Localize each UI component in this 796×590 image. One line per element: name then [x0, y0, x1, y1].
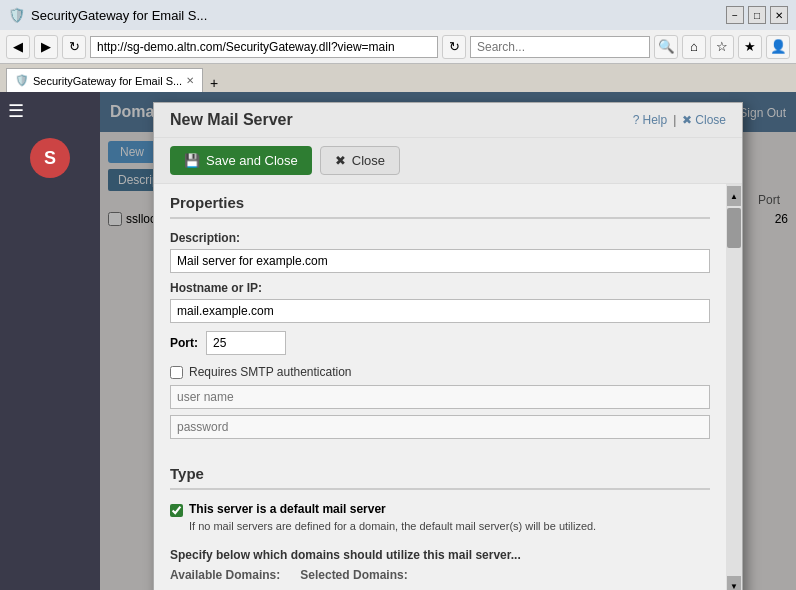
forward-button[interactable]: ▶ [34, 35, 58, 59]
close-button[interactable]: ✖ Close [320, 146, 400, 175]
help-link[interactable]: ? Help [633, 113, 667, 127]
save-icon: 💾 [184, 153, 200, 168]
modal-toolbar: 💾 Save and Close ✖ Close [154, 138, 742, 184]
scroll-thumb[interactable] [727, 208, 741, 248]
selected-domains-label: Selected Domains: [300, 568, 407, 582]
modal-header: New Mail Server ? Help | ✖ Close [154, 103, 742, 138]
search-input[interactable] [470, 36, 650, 58]
smtp-auth-row: Requires SMTP authentication [170, 365, 710, 379]
available-domains-label: Available Domains: [170, 568, 280, 582]
modal-overlay: New Mail Server ? Help | ✖ Close [100, 92, 796, 590]
back-button[interactable]: ◀ [6, 35, 30, 59]
scroll-up-button[interactable]: ▲ [727, 186, 741, 206]
password-input[interactable] [170, 415, 710, 439]
tab-label: SecurityGateway for Email S... [33, 75, 182, 87]
save-label: Save and Close [206, 153, 298, 168]
default-server-checkbox[interactable] [170, 504, 183, 517]
address-bar[interactable] [90, 36, 438, 58]
main-area: Domain M ▶ Sign Out New Select a mai... … [100, 92, 796, 590]
window-title: SecurityGateway for Email S... [31, 8, 207, 23]
username-input[interactable] [170, 385, 710, 409]
scroll-track [726, 206, 742, 576]
type-section-header: Type [170, 455, 710, 490]
tab-close-icon[interactable]: ✕ [186, 75, 194, 86]
app-favicon: 🛡️ [8, 7, 25, 23]
modal-header-actions: ? Help | ✖ Close [633, 113, 726, 127]
port-input[interactable] [206, 331, 286, 355]
app-logo: S [30, 138, 70, 178]
modal-content: Properties Description: Hostname or IP: … [154, 184, 726, 590]
specify-title: Specify below which domains should utili… [170, 548, 710, 562]
default-server-row: This server is a default mail server If … [170, 502, 710, 532]
new-mail-server-modal: New Mail Server ? Help | ✖ Close [153, 102, 743, 590]
profile-button[interactable]: 👤 [766, 35, 790, 59]
nav-bar: ◀ ▶ ↻ ↻ 🔍 ⌂ ☆ ★ 👤 [0, 30, 796, 64]
window-controls: − □ ✕ [726, 6, 788, 24]
new-tab-button[interactable]: + [205, 74, 223, 92]
default-server-content: This server is a default mail server If … [189, 502, 596, 532]
hostname-input[interactable] [170, 299, 710, 323]
close-icon: ✖ [335, 153, 346, 168]
window-close-button[interactable]: ✕ [770, 6, 788, 24]
modal-title: New Mail Server [170, 111, 293, 129]
sidebar: ☰ S [0, 92, 100, 590]
x-icon: ✖ [682, 113, 692, 127]
go-button[interactable]: ↻ [442, 35, 466, 59]
smtp-auth-checkbox[interactable] [170, 366, 183, 379]
tab-main[interactable]: 🛡️ SecurityGateway for Email S... ✕ [6, 68, 203, 92]
type-section: Type This server is a default mail serve… [170, 455, 710, 532]
favorites-button[interactable]: ☆ [710, 35, 734, 59]
default-server-desc: If no mail servers are defined for a dom… [189, 520, 596, 532]
favorites2-button[interactable]: ★ [738, 35, 762, 59]
tab-favicon: 🛡️ [15, 74, 29, 87]
modal-close-header-button[interactable]: ✖ Close [682, 113, 726, 127]
search-button[interactable]: 🔍 [654, 35, 678, 59]
minimize-button[interactable]: − [726, 6, 744, 24]
description-input[interactable] [170, 249, 710, 273]
scroll-down-button[interactable]: ▼ [727, 576, 741, 590]
save-and-close-button[interactable]: 💾 Save and Close [170, 146, 312, 175]
tab-bar: 🛡️ SecurityGateway for Email S... ✕ + [0, 64, 796, 92]
default-server-label: This server is a default mail server [189, 502, 596, 516]
question-icon: ? [633, 113, 640, 127]
properties-section-header: Properties [170, 184, 710, 219]
port-label: Port: [170, 336, 198, 350]
specify-section: Specify below which domains should utili… [170, 548, 710, 582]
app-area: ☰ S Domain M ▶ Sign Out New Select a mai… [0, 92, 796, 590]
refresh-button[interactable]: ↻ [62, 35, 86, 59]
close-label: Close [352, 153, 385, 168]
maximize-button[interactable]: □ [748, 6, 766, 24]
nav-icons: ⌂ ☆ ★ 👤 [682, 35, 790, 59]
home-button[interactable]: ⌂ [682, 35, 706, 59]
port-row: Port: [170, 331, 710, 355]
title-bar: 🛡️ SecurityGateway for Email S... − □ ✕ [0, 0, 796, 30]
domains-row: Available Domains: Selected Domains: [170, 568, 710, 582]
smtp-auth-label: Requires SMTP authentication [189, 365, 352, 379]
modal-body: Properties Description: Hostname or IP: … [154, 184, 742, 590]
modal-scrollbar[interactable]: ▲ ▼ [726, 184, 742, 590]
description-label: Description: [170, 231, 710, 245]
hamburger-icon[interactable]: ☰ [0, 92, 100, 130]
hostname-label: Hostname or IP: [170, 281, 710, 295]
title-bar-left: 🛡️ SecurityGateway for Email S... [8, 7, 207, 23]
